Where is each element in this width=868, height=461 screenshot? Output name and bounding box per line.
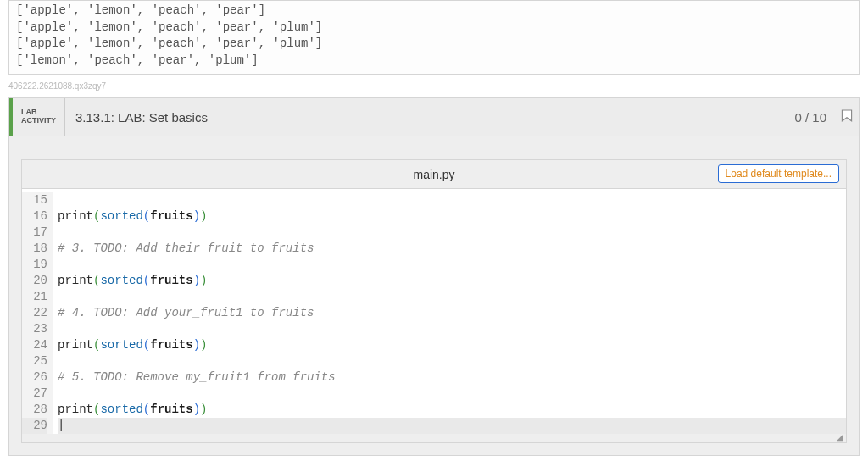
code-line[interactable] xyxy=(58,321,846,337)
code-line[interactable]: print(sorted(fruits)) xyxy=(58,273,846,289)
code-line[interactable]: | xyxy=(58,418,846,434)
code-line[interactable]: print(sorted(fruits)) xyxy=(58,208,846,225)
editor-header: main.py Load default template... xyxy=(22,160,846,189)
bookmark-icon[interactable] xyxy=(835,98,859,136)
code-area[interactable]: 151617181920212223242526272829 print(sor… xyxy=(22,189,846,434)
output-line: ['apple', 'lemon', 'peach', 'pear', 'plu… xyxy=(16,36,852,53)
output-line: ['lemon', 'peach', 'pear', 'plum'] xyxy=(16,53,852,69)
resize-handle[interactable]: ◢ xyxy=(22,434,846,442)
program-output: ['apple', 'lemon', 'peach', 'pear'] ['ap… xyxy=(8,0,860,75)
lab-label-bottom: ACTIVITY xyxy=(21,117,56,125)
code-line[interactable]: # 4. TODO: Add your_fruit1 to fruits xyxy=(58,305,846,321)
code-line[interactable] xyxy=(58,386,846,402)
output-line: ['apple', 'lemon', 'peach', 'pear', 'plu… xyxy=(16,19,852,36)
lab-title: 3.13.1: LAB: Set basics xyxy=(65,98,786,136)
code-lines[interactable]: print(sorted(fruits))# 3. TODO: Add thei… xyxy=(53,192,846,434)
code-line[interactable]: print(sorted(fruits)) xyxy=(58,337,846,353)
code-line[interactable] xyxy=(58,257,846,273)
question-id: 406222.2621088.qx3zqy7 xyxy=(8,81,868,91)
code-editor[interactable]: main.py Load default template... 1516171… xyxy=(21,159,847,443)
code-line[interactable] xyxy=(58,225,846,241)
code-line[interactable]: # 3. TODO: Add their_fruit to fruits xyxy=(58,241,846,257)
line-number-gutter: 151617181920212223242526272829 xyxy=(22,192,53,434)
code-line[interactable]: print(sorted(fruits)) xyxy=(58,402,846,418)
lab-score: 0 / 10 xyxy=(786,98,835,136)
code-line[interactable] xyxy=(58,289,846,305)
lab-activity-badge: LAB ACTIVITY xyxy=(13,98,65,136)
code-line[interactable] xyxy=(58,353,846,369)
lab-header: LAB ACTIVITY 3.13.1: LAB: Set basics 0 /… xyxy=(9,98,859,136)
output-line: ['apple', 'lemon', 'peach', 'pear'] xyxy=(16,3,852,19)
code-line[interactable] xyxy=(58,192,846,208)
load-default-template-button[interactable]: Load default template... xyxy=(718,164,839,183)
code-line[interactable]: # 5. TODO: Remove my_fruit1 from fruits xyxy=(58,369,846,386)
lab-activity-panel: LAB ACTIVITY 3.13.1: LAB: Set basics 0 /… xyxy=(8,97,860,456)
